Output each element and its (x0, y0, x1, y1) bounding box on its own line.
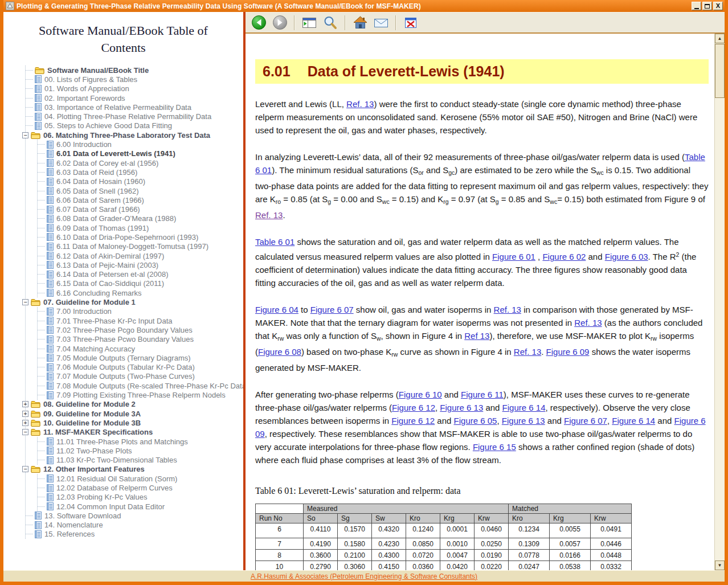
content-link[interactable]: Ref. 13 (346, 99, 374, 109)
content-link[interactable]: Figure 6 07 (310, 305, 354, 314)
toc-page-item[interactable]: 12.03 Probing Kr-Pc Values (38, 493, 243, 502)
toc-page-item[interactable]: 13. Software Download (26, 511, 243, 520)
content-link[interactable]: Ref. 13 (494, 305, 521, 314)
content-link[interactable]: Figure 6 02 (542, 252, 586, 261)
toc-page-item[interactable]: 6.09 Data of Thomas (1991) (38, 223, 243, 232)
expand-icon[interactable]: + (22, 420, 28, 426)
company-link[interactable]: A.R.Hasumi & Associates (Petroleum Engin… (251, 572, 477, 580)
content-link[interactable]: Figure 6 13 (440, 403, 483, 412)
toc-page-item[interactable]: 7.09 Plotting Existing Three-Phase Relpe… (38, 390, 243, 399)
toc-page-item[interactable]: 14. Nomenclature (26, 521, 243, 530)
close-button[interactable]: X (713, 2, 723, 10)
content-link[interactable]: Ref. 13 (255, 210, 283, 220)
titlebar[interactable]: Plotting & Generating Three-Phase Relati… (3, 0, 725, 12)
toc-page-item[interactable]: 7.08 Module Outputs (Re-scaled Three-Pha… (38, 381, 243, 390)
toc-page-item[interactable]: 6.07 Data of Saraf (1966) (38, 204, 243, 214)
scroll-up-button[interactable]: ▲ (715, 34, 725, 43)
toc-page-item[interactable]: 12.04 Common Input Data Editor (38, 502, 243, 511)
toc-page-item[interactable]: 7.05 Module Outputs (Ternary Diagrams) (38, 353, 243, 362)
content-link[interactable]: Figure 6 13 (502, 416, 545, 426)
toc-page-item[interactable]: 6.16 Concluding Remarks (38, 288, 243, 297)
toc-page-item[interactable]: 6.06 Data of Sarem (1966) (38, 195, 243, 204)
toc-page-item[interactable]: 6.03 Data of Reid (1956) (38, 167, 243, 177)
collapse-icon[interactable]: − (22, 299, 28, 305)
toc-page-item[interactable]: 6.01 Data of Leverett-Lewis (1941) (38, 149, 243, 158)
scroll-down-button[interactable]: ▼ (715, 561, 725, 570)
minimize-button[interactable] (692, 2, 701, 10)
toc-page-item[interactable]: 11.02 Two-Phase Plots (38, 446, 243, 455)
home-button[interactable] (351, 14, 369, 31)
toc-page-item[interactable]: 04. Plotting Three-Phase Relative Permab… (26, 112, 243, 121)
toc-page-item[interactable]: 6.14 Data of Petersen et-al (2008) (38, 270, 243, 279)
toc-folder-item[interactable]: −06. Matching Three-Phase Laboratory Tes… (26, 130, 243, 140)
toc-page-item[interactable]: 02. Important Forewords (26, 93, 243, 103)
vertical-scrollbar[interactable]: ▲ ▼ (714, 34, 725, 570)
collapse-icon[interactable]: − (22, 429, 28, 435)
toc-page-item[interactable]: 12.02 Database of Relperm Curves (38, 483, 243, 492)
content-link[interactable]: Figure 6 11 (461, 390, 504, 399)
toc-page-item[interactable]: 6.00 Introduction (38, 140, 243, 149)
toc-folder-item[interactable]: −12. Other Important Features (26, 465, 243, 474)
content-link[interactable]: Figure 6 03 (605, 252, 648, 261)
toc-page-item[interactable]: 6.05 Data of Snell (1962) (38, 186, 243, 195)
toc-page-item[interactable]: 03. Importance of Relative Permeability … (26, 103, 243, 112)
toc-page-item[interactable]: 12.01 Residual Oil Saturation (Sorm) (38, 474, 243, 483)
content-link[interactable]: Figure 6 01 (492, 252, 535, 261)
back-button[interactable] (250, 14, 267, 31)
content-link[interactable]: Figure 6 10 (399, 390, 442, 399)
toc-page-item[interactable]: 6.15 Data of Cao-Siddiqui (2011) (38, 279, 243, 288)
content-link[interactable]: Ref. 13 (574, 318, 602, 328)
toc-page-item[interactable]: 6.02 Data of Corey et-al (1956) (38, 158, 243, 167)
exit-button[interactable] (402, 14, 419, 31)
toc-folder-item[interactable]: −11. MSF-MAKER Specifications (26, 428, 243, 437)
toc-page-item[interactable]: 7.01 Three-Phase Kr-Pc Input Data (38, 316, 243, 325)
content-link[interactable]: Figure 6 12 (392, 403, 435, 412)
content-link[interactable]: Figure 6 08 (258, 347, 301, 357)
toc-page-item[interactable]: 11.03 Kr-Pc Two-Dimensional Tables (38, 455, 243, 464)
toc-page-item[interactable]: 7.06 Module Outputs (Tabular Kr-Pc Data) (38, 363, 243, 372)
toc-page-item[interactable]: 6.12 Data of Akin-Demiral (1997) (38, 251, 243, 260)
email-button[interactable] (373, 14, 390, 31)
content-link[interactable]: Figure 6 09 (546, 347, 590, 357)
search-button[interactable] (322, 14, 339, 31)
toc-folder-item[interactable]: −07. Guideline for Module 1 (26, 297, 243, 306)
maximize-button[interactable] (702, 2, 712, 10)
toc-folder-item[interactable]: +09. Guideline for Module 3A (26, 409, 243, 418)
toc-page-item[interactable]: 7.03 Three-Phase Pcwo Boundary Values (38, 335, 243, 344)
content-link[interactable]: Ref. 13 (514, 347, 541, 357)
toc-page-item[interactable]: 11.01 Three-Phase Plots and Matchings (38, 437, 243, 446)
forward-button[interactable] (271, 14, 288, 31)
toggle-contents-button[interactable] (301, 14, 318, 31)
toc-folder-item[interactable]: Software Manual/EBook Title (26, 66, 243, 75)
collapse-icon[interactable]: − (22, 466, 28, 472)
toc-page-item[interactable]: 7.02 Three-Phase Pcgo Boundary Values (38, 325, 243, 334)
content-link[interactable]: Figure 6 15 (473, 442, 516, 452)
toc-page-item[interactable]: 6.13 Data of Pejic-Maini (2003) (38, 260, 243, 269)
toc-page-item[interactable]: 6.04 Data of Hosain (1960) (38, 177, 243, 186)
content-link[interactable]: Figure 6 07 (564, 416, 607, 426)
toc-page-item[interactable]: 6.08 Data of Grader-O’Meara (1988) (38, 214, 243, 223)
toc-folder-item[interactable]: +10. Guideline for Module 3B (26, 418, 243, 427)
scrollbar-thumb[interactable] (715, 44, 725, 98)
toc-page-item[interactable]: 01. Words of Appreciation (26, 84, 243, 93)
toc-page-item[interactable]: 7.07 Module Outputs (Two-Phase Curves) (38, 372, 243, 381)
toc-folder-item[interactable]: +08. Guideline for Module 2 (26, 400, 243, 409)
content-link[interactable]: Figure 6 12 (391, 416, 435, 426)
content-link[interactable]: Table 6 01 (255, 237, 295, 247)
content-link[interactable]: Figure 6 05 (454, 416, 497, 426)
content-link[interactable]: Figure 6 14 (502, 403, 546, 412)
toc-page-item[interactable]: 00. Lists of Figures & Tables (26, 75, 243, 84)
toc-page-item[interactable]: 15. References (26, 530, 243, 539)
content-link[interactable]: Ref 13 (464, 331, 489, 341)
toc-page-item[interactable]: 6.10 Data of Dria-Pope-Sepehrnoori (1993… (38, 232, 243, 242)
expand-icon[interactable]: + (22, 411, 28, 417)
toc-page-item[interactable]: 05. Steps to Achieve Good Data Fitting (26, 121, 243, 130)
content-link[interactable]: Table 6 01 (255, 152, 705, 175)
collapse-icon[interactable]: − (22, 132, 28, 138)
content-link[interactable]: Figure 6 14 (612, 416, 655, 426)
toc-page-item[interactable]: 7.00 Introduction (38, 307, 243, 316)
toc-page-item[interactable]: 6.11 Data of Maloney-Doggett-Tomutsa (19… (38, 242, 243, 251)
content-link[interactable]: Figure 6 04 (255, 305, 298, 314)
toc-page-item[interactable]: 7.04 Matching Accuracy (38, 344, 243, 353)
expand-icon[interactable]: + (22, 401, 28, 407)
